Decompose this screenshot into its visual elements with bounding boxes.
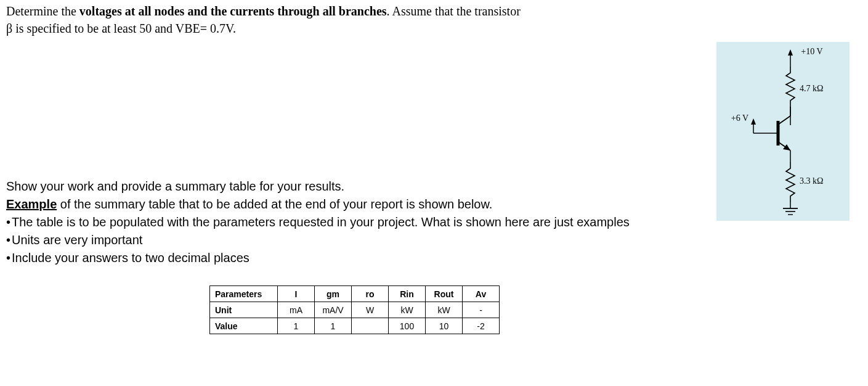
cell: kW (389, 302, 426, 318)
svg-marker-7 (783, 144, 790, 150)
svg-line-5 (778, 116, 790, 125)
summary-table: Parameters I gm ro Rin Rout Av Unit mA m… (209, 285, 500, 334)
th-parameters: Parameters (210, 286, 278, 302)
example-rest: of the summary table that to be added at… (57, 197, 492, 211)
table-row: Value 1 1 100 10 -2 (210, 318, 500, 334)
question-bold: voltages at all nodes and the currents t… (79, 4, 387, 18)
table-row: Unit mA mA/V W kW kW - (210, 302, 500, 318)
cell: W (352, 302, 389, 318)
th-gm: gm (315, 286, 352, 302)
question-prefix: Determine the (6, 4, 79, 18)
row-unit-label: Unit (210, 302, 278, 318)
th-rin: Rin (389, 286, 426, 302)
table-header-row: Parameters I gm ro Rin Rout Av (210, 286, 500, 302)
label-vcc: +10 V (801, 47, 822, 56)
cell: 10 (426, 318, 463, 334)
cell: mA/V (315, 302, 352, 318)
cell: kW (426, 302, 463, 318)
label-base-voltage: +6 V (731, 113, 748, 123)
example-label: Example (6, 197, 57, 211)
question-suffix: . Assume that the transistor (387, 4, 521, 18)
resistor-bottom-label: 3.3 kΩ (800, 176, 823, 186)
cell: - (463, 302, 500, 318)
th-rout: Rout (426, 286, 463, 302)
cell: mA (278, 302, 315, 318)
circuit-diagram: +10 V 4.7 kΩ +6 V 3.3 kΩ (716, 42, 850, 221)
cell: 1 (278, 318, 315, 334)
bullet-3: Include your answers to two decimal plac… (6, 249, 862, 267)
cell: -2 (463, 318, 500, 334)
resistor-top-label: 4.7 kΩ (800, 84, 823, 93)
cell: 1 (315, 318, 352, 334)
row-value-label: Value (210, 318, 278, 334)
th-ro: ro (352, 286, 389, 302)
svg-marker-10 (751, 118, 756, 125)
cell (352, 318, 389, 334)
question-line2: β is specified to be at least 50 and VBE… (6, 22, 236, 35)
bullet-2: Units are very important (6, 231, 862, 249)
th-av: Av (463, 286, 500, 302)
th-i: I (278, 286, 315, 302)
svg-marker-1 (788, 49, 793, 55)
cell: 100 (389, 318, 426, 334)
